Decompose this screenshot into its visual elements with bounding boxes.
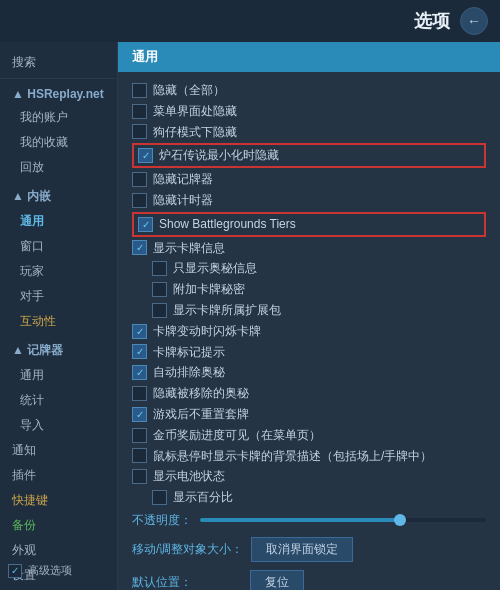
scale-label: 移动/调整对象大小： — [132, 541, 243, 558]
label-card-flash: 卡牌变动时闪烁卡牌 — [153, 323, 261, 340]
checkbox-reset-deck[interactable] — [132, 407, 147, 422]
checkbox-card-mark[interactable] — [132, 344, 147, 359]
label-show-secret-only: 只显示奥秘信息 — [173, 260, 257, 277]
check-hide-all[interactable]: 隐藏（全部） — [132, 80, 486, 101]
label-show-battery: 显示电池状态 — [153, 468, 225, 485]
checkbox-hide-clock[interactable] — [132, 193, 147, 208]
sidebar-item-rec-general[interactable]: 通用 — [0, 363, 117, 388]
sidebar-item-window[interactable]: 窗口 — [0, 234, 117, 259]
label-show-card-info: 显示卡牌信息 — [153, 240, 225, 257]
header: 选项 ← — [0, 0, 500, 42]
sidebar-item-general[interactable]: 通用 — [0, 209, 117, 234]
opacity-fill — [200, 518, 400, 522]
check-card-flash[interactable]: 卡牌变动时闪烁卡牌 — [132, 321, 486, 342]
scale-row: 移动/调整对象大小： 取消界面锁定 — [132, 533, 486, 566]
label-gold-reward: 金币奖励进度可见（在菜单页） — [153, 427, 321, 444]
default-pos-row: 默认位置： 复位 — [132, 566, 486, 590]
label-reset-deck: 游戏后不重置套牌 — [153, 406, 249, 423]
checkbox-attach-card[interactable] — [152, 282, 167, 297]
checkbox-show-battery[interactable] — [132, 469, 147, 484]
label-hide-mascot: 狗仔模式下隐藏 — [153, 124, 237, 141]
check-card-mark[interactable]: 卡牌标记提示 — [132, 342, 486, 363]
checkbox-hide-hs[interactable] — [138, 148, 153, 163]
opacity-thumb[interactable] — [394, 514, 406, 526]
content-section-title: 通用 — [118, 42, 500, 72]
checkbox-show-card-info[interactable] — [132, 240, 147, 255]
checkbox-auto-secret[interactable] — [132, 365, 147, 380]
label-attach-card: 附加卡牌秘密 — [173, 281, 245, 298]
label-hide-menu: 菜单界面处隐藏 — [153, 103, 237, 120]
checkbox-advanced[interactable] — [8, 564, 22, 578]
label-show-percent: 显示百分比 — [173, 489, 233, 506]
label-auto-secret: 自动排除奥秘 — [153, 364, 225, 381]
sidebar-item-my-collection[interactable]: 我的收藏 — [0, 130, 117, 155]
check-hide-menu[interactable]: 菜单界面处隐藏 — [132, 101, 486, 122]
opacity-label: 不透明度： — [132, 512, 192, 529]
content-body: 隐藏（全部） 菜单界面处隐藏 狗仔模式下隐藏 炉石传说最小化时隐藏 隐藏记牌器 — [118, 72, 500, 590]
checkbox-gold-reward[interactable] — [132, 428, 147, 443]
check-reset-deck[interactable]: 游戏后不重置套牌 — [132, 404, 486, 425]
label-show-bg-tiers: Show Battlegrounds Tiers — [159, 216, 296, 233]
sidebar-item-my-account[interactable]: 我的账户 — [0, 105, 117, 130]
checkbox-hide-removed-secret[interactable] — [132, 386, 147, 401]
opacity-row: 不透明度： — [132, 508, 486, 533]
check-hide-removed-secret[interactable]: 隐藏被移除的奥秘 — [132, 383, 486, 404]
check-hide-timer[interactable]: 隐藏记牌器 — [132, 169, 486, 190]
label-hide-clock: 隐藏计时器 — [153, 192, 213, 209]
check-hide-mascot[interactable]: 狗仔模式下隐藏 — [132, 122, 486, 143]
sidebar-search[interactable]: 搜索 — [0, 50, 117, 75]
check-show-bg-tiers[interactable]: Show Battlegrounds Tiers — [132, 212, 486, 237]
sidebar: 搜索 ▲ HSReplay.net 我的账户 我的收藏 回放 ▲ 内嵌 通用 窗… — [0, 42, 118, 590]
check-gold-reward[interactable]: 金币奖励进度可见（在菜单页） — [132, 425, 486, 446]
opacity-slider[interactable] — [200, 518, 486, 522]
checkbox-show-bg-tiers[interactable] — [138, 217, 153, 232]
check-show-expansion[interactable]: 显示卡牌所属扩展包 — [132, 300, 486, 321]
sidebar-item-builtin[interactable]: ▲ 内嵌 — [0, 184, 117, 209]
main-layout: 搜索 ▲ HSReplay.net 我的账户 我的收藏 回放 ▲ 内嵌 通用 窗… — [0, 42, 500, 590]
check-show-battery[interactable]: 显示电池状态 — [132, 466, 486, 487]
content-area: 通用 隐藏（全部） 菜单界面处隐藏 狗仔模式下隐藏 炉石传说最小化时隐藏 — [118, 42, 500, 590]
checkbox-bg-desc[interactable] — [132, 448, 147, 463]
check-auto-secret[interactable]: 自动排除奥秘 — [132, 362, 486, 383]
check-attach-card[interactable]: 附加卡牌秘密 — [132, 279, 486, 300]
check-show-card-info[interactable]: 显示卡牌信息 — [132, 238, 486, 259]
check-show-percent[interactable]: 显示百分比 — [132, 487, 486, 508]
check-hide-clock[interactable]: 隐藏计时器 — [132, 190, 486, 211]
unlock-layout-button[interactable]: 取消界面锁定 — [251, 537, 353, 562]
checkbox-show-secret-only[interactable] — [152, 261, 167, 276]
sidebar-item-opponent[interactable]: 对手 — [0, 284, 117, 309]
sidebar-item-hsreplay[interactable]: ▲ HSReplay.net — [0, 83, 117, 105]
label-card-mark: 卡牌标记提示 — [153, 344, 225, 361]
label-show-expansion: 显示卡牌所属扩展包 — [173, 302, 281, 319]
sidebar-item-replay[interactable]: 回放 — [0, 155, 117, 180]
checkbox-hide-mascot[interactable] — [132, 124, 147, 139]
checkbox-show-expansion[interactable] — [152, 303, 167, 318]
label-hide-all: 隐藏（全部） — [153, 82, 225, 99]
sidebar-item-shortcut[interactable]: 快捷键 — [0, 488, 117, 513]
check-hide-hs[interactable]: 炉石传说最小化时隐藏 — [132, 143, 486, 168]
sidebar-item-notify[interactable]: 通知 — [0, 438, 117, 463]
sidebar-item-backup[interactable]: 备份 — [0, 513, 117, 538]
sidebar-item-recorder[interactable]: ▲ 记牌器 — [0, 338, 117, 363]
back-button[interactable]: ← — [460, 7, 488, 35]
sidebar-item-rec-stats[interactable]: 统计 — [0, 388, 117, 413]
check-bg-desc[interactable]: 鼠标悬停时显示卡牌的背景描述（包括场上/手牌中） — [132, 446, 486, 467]
checkbox-hide-all[interactable] — [132, 83, 147, 98]
advanced-options-row[interactable]: 高级选项 — [0, 559, 118, 582]
label-hide-removed-secret: 隐藏被移除的奥秘 — [153, 385, 249, 402]
label-hide-hs: 炉石传说最小化时隐藏 — [159, 147, 279, 164]
checkbox-hide-menu[interactable] — [132, 104, 147, 119]
sidebar-item-player[interactable]: 玩家 — [0, 259, 117, 284]
page-title: 选项 — [414, 9, 450, 33]
label-bg-desc: 鼠标悬停时显示卡牌的背景描述（包括场上/手牌中） — [153, 448, 432, 465]
reset-button[interactable]: 复位 — [250, 570, 304, 590]
checkbox-card-flash[interactable] — [132, 324, 147, 339]
sidebar-item-interactive[interactable]: 互动性 — [0, 309, 117, 334]
checkbox-hide-timer[interactable] — [132, 172, 147, 187]
advanced-options-label: 高级选项 — [28, 563, 72, 578]
sidebar-item-rec-import[interactable]: 导入 — [0, 413, 117, 438]
sidebar-item-plugin[interactable]: 插件 — [0, 463, 117, 488]
sidebar-divider — [0, 78, 117, 79]
checkbox-show-percent[interactable] — [152, 490, 167, 505]
check-show-secret-only[interactable]: 只显示奥秘信息 — [132, 258, 486, 279]
